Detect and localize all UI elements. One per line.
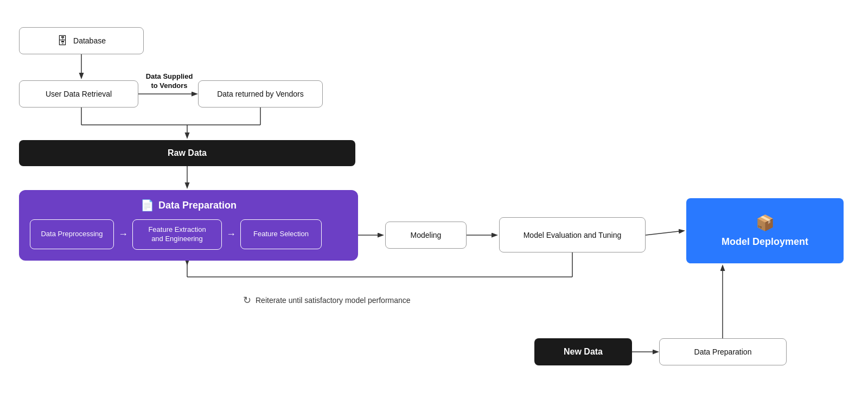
data-returned-vendors-box: Data returned by Vendors xyxy=(198,80,323,108)
reiterate-text: Reiterate until satisfactory model perfo… xyxy=(256,296,411,305)
reiterate-label: ↻ Reiterate until satisfactory model per… xyxy=(243,294,411,306)
data-preparation-title: 📄 Data Preparation xyxy=(30,199,347,212)
feature-extraction-label: Feature Extraction and Engineering xyxy=(148,225,206,244)
data-preprocessing-label: Data Preprocessing xyxy=(41,230,103,239)
data-preparation-bottom-box: Data Preparation xyxy=(659,338,787,365)
arrow-2: → xyxy=(222,229,240,240)
modeling-box: Modeling xyxy=(385,222,467,249)
user-data-retrieval-label: User Data Retrieval xyxy=(46,90,112,98)
new-data-label: New Data xyxy=(564,347,603,357)
data-supplied-label: Data Supplied to Vendors xyxy=(142,72,196,91)
feature-extraction-box: Feature Extraction and Engineering xyxy=(132,219,222,250)
model-deployment-box: 📦 Model Deployment xyxy=(686,198,844,263)
data-preprocessing-box: Data Preprocessing xyxy=(30,219,114,249)
raw-data-label: Raw Data xyxy=(168,148,207,158)
feature-selection-box: Feature Selection xyxy=(240,219,322,249)
database-box: 🗄 Database xyxy=(19,27,144,54)
diagram-container: 🗄 Database User Data Retrieval Data Supp… xyxy=(0,0,868,398)
box3d-icon: 📦 xyxy=(756,214,775,232)
database-icon: 🗄 xyxy=(57,35,68,47)
feature-selection-label: Feature Selection xyxy=(253,230,309,239)
new-data-box: New Data xyxy=(534,338,632,365)
user-data-retrieval-box: User Data Retrieval xyxy=(19,80,138,108)
arrow-1: → xyxy=(114,229,132,240)
modeling-label: Modeling xyxy=(411,231,442,239)
model-evaluation-box: Model Evaluation and Tuning xyxy=(499,217,646,252)
model-deployment-label: Model Deployment xyxy=(722,236,808,248)
data-preparation-container: 📄 Data Preparation Data Preprocessing → … xyxy=(19,190,358,261)
data-preparation-inner: Data Preprocessing → Feature Extraction … xyxy=(30,219,347,250)
svg-line-9 xyxy=(646,231,684,235)
model-evaluation-label: Model Evaluation and Tuning xyxy=(524,231,622,239)
refresh-icon: ↻ xyxy=(243,294,251,306)
data-preparation-bottom-label: Data Preparation xyxy=(694,348,752,356)
database-label: Database xyxy=(73,36,106,45)
raw-data-box: Raw Data xyxy=(19,140,355,166)
data-returned-vendors-label: Data returned by Vendors xyxy=(217,90,304,98)
document-icon: 📄 xyxy=(141,199,154,212)
